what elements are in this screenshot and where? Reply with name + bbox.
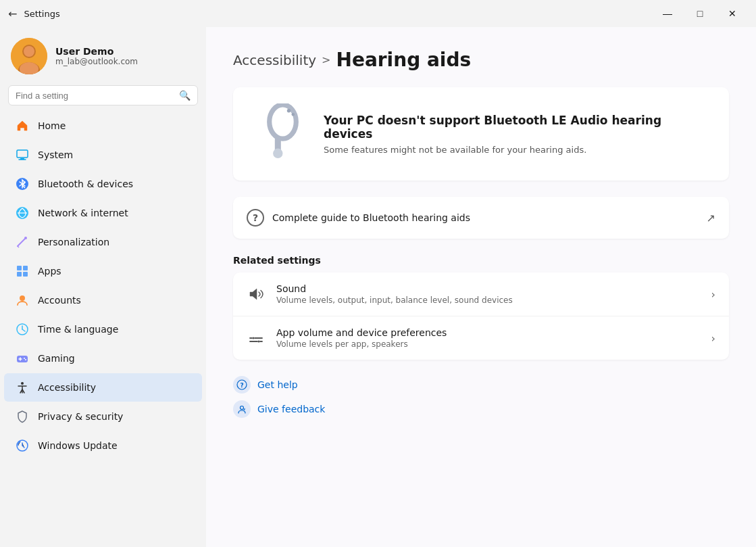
app-volume-item-text: App volume and device preferences Volume… — [276, 327, 701, 349]
settings-item-sound[interactable]: Sound Volume levels, output, input, bala… — [233, 272, 729, 316]
sidebar-item-personalization[interactable]: Personalization — [4, 228, 202, 256]
give-feedback-label: Give feedback — [257, 404, 325, 414]
svg-point-3 — [24, 46, 34, 57]
sidebar-item-home[interactable]: Home — [4, 112, 202, 140]
settings-item-app-volume[interactable]: App volume and device preferences Volume… — [233, 316, 729, 360]
get-help-label: Get help — [257, 379, 298, 390]
personalization-icon — [15, 235, 30, 249]
bluetooth-icon — [15, 176, 30, 191]
svg-point-39 — [292, 113, 295, 116]
sidebar-item-system[interactable]: System — [4, 141, 202, 169]
give-feedback-icon — [233, 400, 251, 418]
guide-link[interactable]: ? Complete guide to Bluetooth hearing ai… — [233, 197, 729, 239]
apps-icon — [15, 264, 30, 279]
svg-rect-16 — [23, 266, 28, 270]
sidebar-item-accounts[interactable]: Accounts — [4, 286, 202, 314]
accounts-icon — [15, 293, 30, 308]
close-button[interactable]: ✕ — [717, 3, 748, 24]
sidebar: User Demo m_lab@outlook.com 🔍 Home — [0, 27, 206, 547]
update-icon — [15, 438, 30, 453]
svg-rect-5 — [17, 150, 28, 158]
accessibility-icon — [15, 380, 30, 395]
sidebar-item-privacy[interactable]: Privacy & security — [4, 402, 202, 431]
breadcrumb-separator: > — [322, 53, 330, 66]
sidebar-item-label-home: Home — [38, 120, 66, 131]
avatar — [11, 38, 47, 74]
sound-item-text: Sound Volume levels, output, input, bala… — [276, 283, 701, 305]
system-icon — [15, 147, 30, 162]
svg-rect-17 — [17, 272, 22, 277]
sidebar-item-label-gaming: Gaming — [38, 353, 75, 364]
svg-point-28 — [21, 382, 24, 385]
app-body: User Demo m_lab@outlook.com 🔍 Home — [0, 27, 756, 547]
svg-line-22 — [22, 329, 25, 331]
search-icon: 🔍 — [179, 90, 191, 101]
home-icon — [15, 118, 30, 133]
info-description: Some features might not be available for… — [324, 145, 713, 155]
app-volume-icon — [247, 329, 266, 348]
sidebar-item-label-system: System — [38, 149, 73, 160]
user-name: User Demo — [55, 46, 138, 57]
svg-point-45 — [258, 341, 260, 343]
gaming-icon — [15, 351, 30, 366]
maximize-button[interactable]: □ — [684, 3, 715, 24]
get-help-link[interactable]: ? Get help — [233, 376, 729, 394]
app-volume-item-title: App volume and device preferences — [276, 327, 701, 338]
nav-menu: Home System — [0, 111, 206, 460]
breadcrumb-parent[interactable]: Accessibility — [233, 52, 316, 68]
sidebar-item-label-accounts: Accounts — [38, 295, 81, 306]
sidebar-item-update[interactable]: Windows Update — [4, 431, 202, 460]
sound-item-desc: Volume levels, output, input, balance le… — [276, 295, 701, 305]
breadcrumb-current: Hearing aids — [336, 49, 471, 71]
search-bar[interactable]: 🔍 — [8, 85, 198, 105]
svg-point-42 — [253, 337, 255, 339]
sound-chevron-icon: › — [711, 288, 715, 301]
svg-line-13 — [18, 239, 25, 246]
sidebar-item-label-apps: Apps — [38, 266, 61, 277]
app-volume-item-desc: Volume levels per app, speakers — [276, 339, 701, 349]
breadcrumb: Accessibility > Hearing aids — [233, 49, 729, 71]
hearing-aid-illustration — [249, 103, 310, 164]
sidebar-item-label-update: Windows Update — [38, 440, 118, 451]
sidebar-item-gaming[interactable]: Gaming — [4, 344, 202, 373]
sidebar-item-apps[interactable]: Apps — [4, 257, 202, 285]
time-icon — [15, 322, 30, 337]
sidebar-item-accessibility[interactable]: Accessibility — [4, 373, 202, 402]
svg-point-14 — [24, 237, 27, 239]
app-volume-chevron-icon: › — [711, 332, 715, 345]
svg-point-27 — [25, 359, 26, 360]
svg-point-34 — [270, 105, 297, 139]
sound-icon — [247, 285, 266, 304]
window-controls: — □ ✕ — [652, 3, 748, 24]
sidebar-item-bluetooth[interactable]: Bluetooth & devices — [4, 170, 202, 198]
sidebar-item-label-bluetooth: Bluetooth & devices — [38, 179, 133, 189]
footer-links: ? Get help Give feedback — [233, 376, 729, 418]
sidebar-item-label-accessibility: Accessibility — [38, 382, 96, 393]
search-input[interactable] — [16, 91, 174, 101]
guide-link-text: Complete guide to Bluetooth hearing aids — [272, 212, 699, 223]
user-info: User Demo m_lab@outlook.com — [55, 46, 138, 66]
svg-point-49 — [241, 406, 244, 410]
user-email: m_lab@outlook.com — [55, 57, 138, 66]
question-icon: ? — [247, 209, 264, 227]
svg-point-38 — [287, 109, 291, 112]
give-feedback-link[interactable]: Give feedback — [233, 400, 729, 418]
info-banner: Your PC doesn't support Bluetooth LE Aud… — [233, 87, 729, 181]
svg-text:?: ? — [240, 382, 243, 389]
sidebar-item-label-network: Network & internet — [38, 208, 128, 218]
sidebar-item-label-privacy: Privacy & security — [38, 411, 123, 422]
info-text: Your PC doesn't support Bluetooth LE Aud… — [324, 114, 713, 155]
external-link-icon: ↗ — [707, 212, 715, 224]
title-bar: ← Settings — □ ✕ — [0, 0, 756, 27]
minimize-button[interactable]: — — [652, 3, 683, 24]
sidebar-item-time[interactable]: Time & language — [4, 315, 202, 343]
svg-point-26 — [24, 358, 25, 359]
related-settings-title: Related settings — [233, 255, 729, 266]
user-profile[interactable]: User Demo m_lab@outlook.com — [0, 27, 206, 82]
sidebar-item-network[interactable]: Network & internet — [4, 199, 202, 227]
back-button[interactable]: ← — [8, 7, 17, 20]
related-settings-card: Sound Volume levels, output, input, bala… — [233, 272, 729, 360]
svg-point-37 — [273, 149, 282, 158]
network-icon — [15, 206, 30, 220]
get-help-icon: ? — [233, 376, 251, 394]
